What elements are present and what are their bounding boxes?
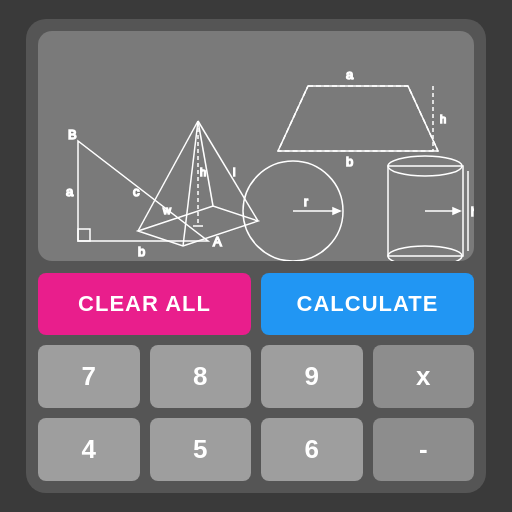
numpad-btn-6[interactable]: 6	[261, 418, 363, 481]
svg-point-32	[388, 246, 462, 261]
svg-text:B: B	[68, 127, 77, 142]
numpad-btn-9[interactable]: 9	[261, 345, 363, 408]
svg-text:h: h	[200, 166, 206, 178]
svg-rect-1	[78, 229, 90, 241]
buttons-area: CLEAR ALL CALCULATE 789x456-	[26, 261, 486, 493]
svg-text:r: r	[304, 195, 308, 209]
numpad-grid: 789x456-	[38, 345, 474, 481]
numpad-btn-x[interactable]: x	[373, 345, 475, 408]
clear-all-button[interactable]: CLEAR ALL	[38, 273, 251, 335]
numpad-btn--[interactable]: -	[373, 418, 475, 481]
svg-marker-36	[453, 208, 460, 214]
svg-text:c: c	[133, 184, 140, 199]
calculate-button[interactable]: CALCULATE	[261, 273, 474, 335]
svg-text:a: a	[66, 184, 74, 199]
svg-marker-28	[333, 208, 340, 214]
svg-text:a: a	[346, 67, 354, 82]
svg-marker-0	[78, 141, 208, 241]
svg-marker-17	[278, 86, 438, 151]
svg-text:h: h	[440, 113, 446, 125]
svg-text:w: w	[162, 204, 171, 216]
svg-text:l: l	[233, 166, 235, 178]
calculator: a b B A c h w l	[26, 19, 486, 493]
numpad-btn-5[interactable]: 5	[150, 418, 252, 481]
action-row: CLEAR ALL CALCULATE	[38, 273, 474, 335]
numpad-btn-8[interactable]: 8	[150, 345, 252, 408]
numpad-btn-7[interactable]: 7	[38, 345, 140, 408]
svg-text:b: b	[138, 244, 145, 259]
svg-text:h: h	[471, 205, 474, 219]
svg-text:b: b	[346, 154, 353, 169]
display-area: a b B A c h w l	[38, 31, 474, 261]
numpad-btn-4[interactable]: 4	[38, 418, 140, 481]
svg-line-19	[278, 86, 308, 151]
